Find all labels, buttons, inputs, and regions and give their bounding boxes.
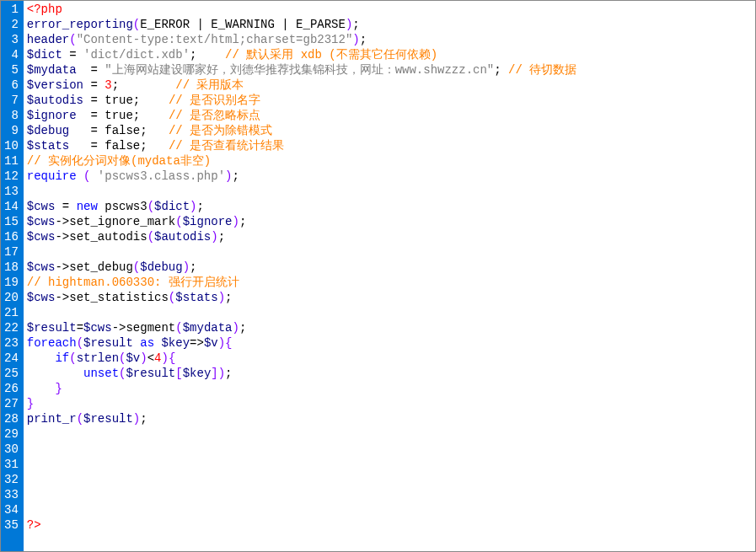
token-plain [90, 169, 97, 183]
code-line[interactable] [27, 426, 755, 442]
token-op: -> [55, 215, 69, 228]
token-plain [77, 109, 91, 122]
token-plain [27, 351, 56, 365]
token-comment: // 采用版本 [175, 78, 244, 92]
code-line[interactable]: foreach($result as $key=>$v){ [27, 335, 755, 351]
code-line[interactable]: $cws->set_debug($debug); [27, 260, 755, 275]
code-line[interactable] [27, 472, 755, 487]
line-number: 24 [4, 351, 19, 366]
token-paren: } [27, 397, 34, 410]
token-keyword: if [55, 351, 69, 365]
token-op: ; [140, 412, 147, 426]
code-line[interactable] [27, 457, 755, 472]
token-number: 4 [154, 351, 161, 365]
token-variable: $cws [27, 291, 56, 304]
token-plain [77, 63, 91, 77]
code-line[interactable] [27, 442, 755, 457]
token-variable: $stats [27, 139, 69, 153]
code-line[interactable]: $mydata = "上海网站建设哪家好，刘德华推荐找集锦科技，网址：www.s… [27, 62, 755, 78]
token-variable: $cws [27, 260, 56, 274]
line-number: 20 [4, 290, 19, 305]
token-plain: set_ignore_mark [69, 215, 175, 228]
token-variable: $debug [140, 260, 182, 274]
code-line[interactable] [27, 502, 755, 517]
line-number: 4 [4, 47, 19, 62]
token-paren: ( [133, 260, 140, 274]
code-line[interactable]: if(strlen($v)<4){ [27, 351, 755, 366]
token-boolval: true [105, 109, 133, 122]
token-keyword: require [27, 169, 77, 183]
code-line[interactable]: } [27, 396, 755, 411]
line-number: 14 [4, 199, 19, 214]
code-line[interactable]: $autodis = true; // 是否识别名字 [27, 93, 755, 108]
code-line[interactable] [27, 244, 755, 260]
code-line[interactable] [27, 487, 755, 502]
token-paren: ) [352, 33, 359, 46]
token-comment: // 是否为除错模式 [169, 124, 272, 137]
code-line[interactable]: $version = 3; // 采用版本 [27, 78, 755, 93]
token-paren: ) [218, 291, 225, 304]
token-op: ; [140, 139, 147, 153]
token-variable: $ignore [183, 215, 233, 228]
token-plain: E_PARSE [289, 18, 346, 31]
code-line[interactable]: $dict = 'dict/dict.xdb'; // 默认采用 xdb (不需… [27, 47, 755, 62]
code-line[interactable]: <?php [27, 2, 755, 17]
code-line[interactable]: print_r($result); [27, 411, 755, 426]
token-variable: $autodis [154, 230, 211, 244]
token-paren: ( [69, 33, 76, 46]
code-line[interactable] [27, 184, 755, 199]
code-line[interactable]: $ignore = true; // 是否忽略标点 [27, 108, 755, 123]
token-string: 'dict/dict.xdb' [83, 48, 190, 62]
code-line[interactable]: $stats = false; // 是否查看统计结果 [27, 138, 755, 153]
token-plain: pscws3 [98, 200, 147, 213]
token-paren: ( [133, 18, 140, 31]
line-number: 2 [4, 17, 19, 32]
code-line[interactable]: $cws->set_statistics($stats); [27, 290, 755, 305]
token-op: ; [225, 291, 232, 304]
token-variable: $dict [27, 48, 62, 62]
token-keyword: as [140, 336, 154, 350]
token-plain [98, 63, 105, 77]
token-op: -> [55, 230, 69, 244]
line-number: 23 [4, 335, 19, 351]
code-line[interactable]: $cws = new pscws3($dict); [27, 199, 755, 214]
token-variable: $result [27, 321, 77, 335]
code-line[interactable]: $cws->set_autodis($autodis); [27, 229, 755, 244]
token-plain [69, 124, 90, 137]
token-plain [77, 48, 83, 62]
token-comment: // 默认采用 xdb (不需其它任何依赖) [225, 48, 437, 62]
token-op: = [77, 321, 83, 335]
token-plain: E_WARNING [204, 18, 281, 31]
token-comment: // hightman.060330: 强行开启统计 [27, 276, 239, 289]
code-line[interactable]: // 实例化分词对像(mydata非空) [27, 153, 755, 169]
token-paren: ( [69, 351, 76, 365]
code-line[interactable]: header("Content-type:text/html;charset=g… [27, 32, 755, 47]
code-line[interactable]: $cws->set_ignore_mark($ignore); [27, 214, 755, 229]
token-comment: // 是否识别名字 [169, 94, 260, 107]
token-paren: ) [183, 260, 190, 274]
token-variable: $v [204, 336, 218, 350]
code-line[interactable]: error_reporting(E_ERROR | E_WARNING | E_… [27, 17, 755, 32]
line-number: 16 [4, 229, 19, 244]
token-boolval: false [105, 139, 140, 153]
code-line[interactable]: ?> [27, 517, 755, 533]
line-number: 26 [4, 381, 19, 396]
token-plain [140, 109, 169, 122]
code-line[interactable]: // hightman.060330: 强行开启统计 [27, 275, 755, 290]
code-line[interactable]: } [27, 381, 755, 396]
code-line[interactable]: unset($result[$key]); [27, 366, 755, 381]
token-paren: ( [147, 200, 154, 213]
line-number: 29 [4, 426, 19, 442]
code-line[interactable]: $result=$cws->segment($mydata); [27, 320, 755, 335]
token-paren: ( [77, 412, 83, 426]
line-number: 12 [4, 169, 19, 184]
line-number: 21 [4, 305, 19, 320]
token-paren: ( [175, 215, 182, 228]
code-editor[interactable]: <?phperror_reporting(E_ERROR | E_WARNING… [24, 1, 755, 551]
code-line[interactable]: require ( 'pscws3.class.php'); [27, 169, 755, 184]
code-line[interactable] [27, 305, 755, 320]
token-paren: ( [77, 336, 83, 350]
token-variable: $version [27, 78, 83, 92]
code-line[interactable]: $debug = false; // 是否为除错模式 [27, 123, 755, 138]
token-paren: ) [133, 412, 140, 426]
